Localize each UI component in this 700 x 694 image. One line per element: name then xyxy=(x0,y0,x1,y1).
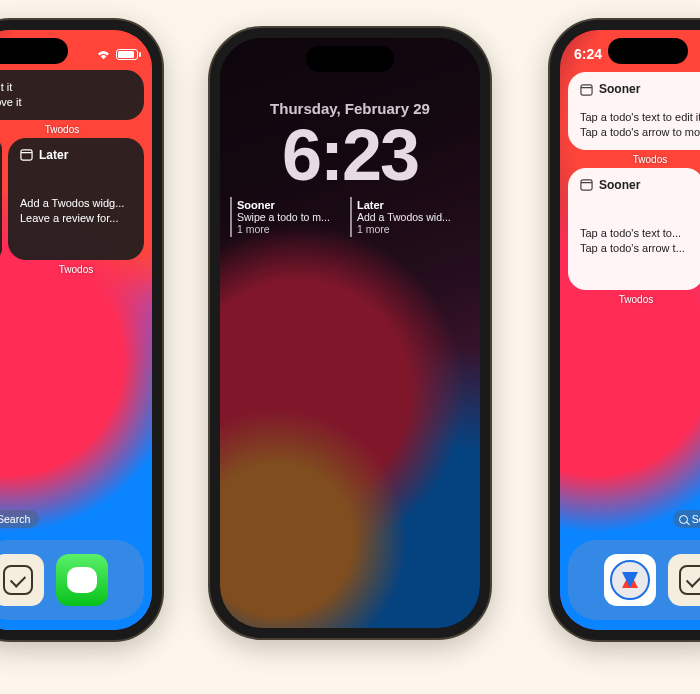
lock-widget-line: Swipe a todo to m... xyxy=(237,211,344,223)
widget-medium-dark[interactable]: edit it move it Twodos xyxy=(0,70,144,120)
lock-widget-title: Later xyxy=(357,199,464,211)
widget-stack-dark: edit it move it Twodos Later Add a Twodo… xyxy=(0,70,144,278)
svg-rect-4 xyxy=(581,180,592,190)
lock-widget-more: 1 more xyxy=(237,223,344,235)
lock-widgets-row: Sooner Swipe a todo to m... 1 more Later… xyxy=(220,197,480,237)
dock xyxy=(568,540,700,620)
search-icon xyxy=(679,515,688,524)
search-label: Search xyxy=(0,513,30,525)
widget-line: Tap a todo's arrow to move it xyxy=(580,125,700,140)
spotlight-search[interactable]: Search xyxy=(0,510,39,528)
lock-widget-later[interactable]: Later Add a Twodos wid... 1 more xyxy=(350,197,470,237)
phone-left: edit it move it Twodos Later Add a Twodo… xyxy=(0,20,162,640)
widget-line: edit it xyxy=(0,80,132,95)
widget-small-dark[interactable]: Later Add a Twodos widg... Leave a revie… xyxy=(8,138,144,260)
svg-rect-0 xyxy=(21,150,32,160)
twodos-icon xyxy=(679,565,700,595)
wifi-icon xyxy=(96,49,111,60)
calendar-icon xyxy=(580,83,593,96)
dynamic-island xyxy=(306,46,394,72)
lock-widget-title: Sooner xyxy=(237,199,344,211)
app-twodos[interactable] xyxy=(0,554,44,606)
calendar-icon xyxy=(580,178,593,191)
status-time: 6:24 xyxy=(574,46,602,62)
widget-line: Leave a review for... xyxy=(20,211,132,226)
app-safari[interactable] xyxy=(604,554,656,606)
lock-screen: Thursday, February 29 6:23 Sooner Swipe … xyxy=(220,100,480,237)
phone-right: 6:24 Sooner Tap a todo's text to edit it… xyxy=(550,20,700,640)
svg-rect-2 xyxy=(581,84,592,94)
widget-app-label: Twodos xyxy=(8,264,144,275)
dynamic-island xyxy=(608,38,688,64)
widget-title: Sooner xyxy=(599,82,640,96)
widget-app-label: Twodos xyxy=(568,154,700,165)
messages-icon xyxy=(67,567,97,593)
widget-title: Sooner xyxy=(599,178,640,192)
widget-app-label: Twodos xyxy=(0,124,144,135)
calendar-icon xyxy=(20,148,33,161)
widget-line: Add a Twodos widg... xyxy=(20,196,132,211)
app-twodos[interactable] xyxy=(668,554,700,606)
dynamic-island xyxy=(0,38,68,64)
widget-line: Tap a todo's arrow t... xyxy=(580,241,692,256)
search-label: Search xyxy=(692,513,700,525)
widget-stack-light: Sooner Tap a todo's text to edit it Tap … xyxy=(568,72,700,308)
widget-small-light[interactable]: Sooner Tap a todo's text to... Tap a tod… xyxy=(568,168,700,290)
app-messages[interactable] xyxy=(56,554,108,606)
spotlight-search[interactable]: Search xyxy=(673,510,700,528)
lock-widget-sooner[interactable]: Sooner Swipe a todo to m... 1 more xyxy=(230,197,350,237)
widget-title: Later xyxy=(39,148,68,162)
dock xyxy=(0,540,144,620)
phone-center-lockscreen: Thursday, February 29 6:23 Sooner Swipe … xyxy=(210,28,490,638)
lock-widget-line: Add a Twodos wid... xyxy=(357,211,464,223)
widget-medium-light[interactable]: Sooner Tap a todo's text to edit it Tap … xyxy=(568,72,700,150)
widget-line: move it xyxy=(0,95,132,110)
lock-time: 6:23 xyxy=(220,119,480,191)
safari-icon xyxy=(610,560,650,600)
lock-widget-more: 1 more xyxy=(357,223,464,235)
widget-small-dark-cut[interactable] xyxy=(0,138,2,260)
battery-icon xyxy=(116,49,138,60)
twodos-icon xyxy=(3,565,33,595)
widget-app-label: Twodos xyxy=(568,294,700,305)
lock-date: Thursday, February 29 xyxy=(220,100,480,117)
widget-line: Tap a todo's text to edit it xyxy=(580,110,700,125)
widget-line: Tap a todo's text to... xyxy=(580,226,692,241)
